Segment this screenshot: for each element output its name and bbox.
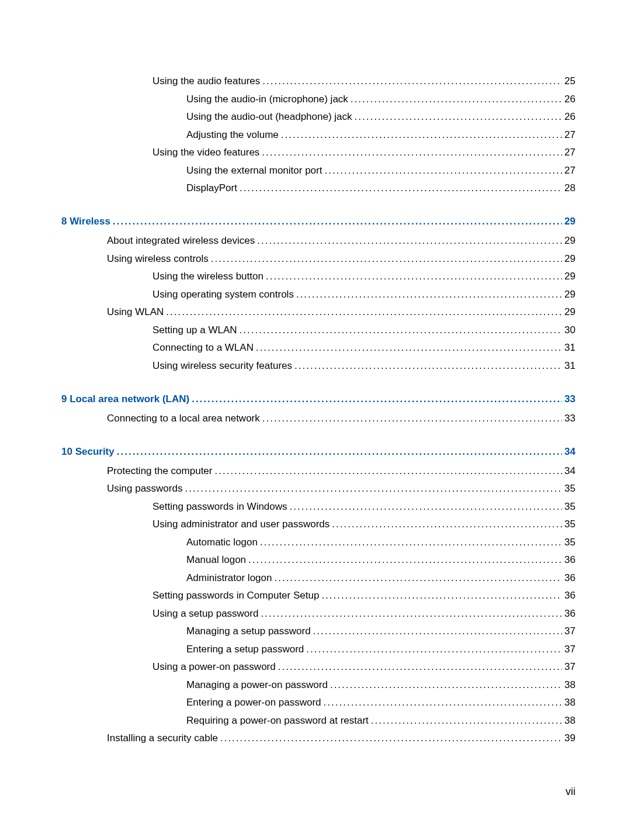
toc-entry[interactable]: Connecting to a local area network 33 [61,413,575,423]
toc-entry-label: Using the audio-out (headphone) jack [186,112,352,122]
toc-leader [117,447,562,457]
toc-entry[interactable]: Using operating system controls 29 [61,289,575,299]
toc-entry[interactable]: Using administrator and user passwords 3… [61,519,575,529]
toc-entry-page: 39 [564,733,575,743]
toc-leader [240,183,562,193]
toc-entry-label: Connecting to a WLAN [152,343,254,352]
toc-chapter-entry[interactable]: 8 Wireless 29 [61,216,575,226]
toc-entry-page: 37 [564,626,575,636]
toc-entry-page: 37 [564,644,575,654]
toc-entry-page: 33 [564,394,575,404]
toc-entry-page: 36 [564,590,575,600]
toc-chapter-entry[interactable]: 9 Local area network (LAN) 33 [61,394,575,404]
toc-entry-label: Using the wireless button [152,271,264,281]
toc-entry-page: 26 [564,94,575,104]
toc-leader [278,662,562,672]
toc-entry-page: 28 [564,183,575,193]
toc-entry[interactable]: Using the wireless button 29 [61,271,575,281]
toc-entry-page: 36 [564,555,575,565]
toc-entry[interactable]: Administrator logon 36 [61,573,575,583]
toc-leader [351,94,562,104]
toc-entry-label: Using the video features [152,147,259,157]
toc-leader [281,130,562,140]
toc-entry[interactable]: Using a power-on password 37 [61,662,575,672]
toc-entry-label: About integrated wireless devices [107,236,255,246]
toc-entry-label: Using administrator and user passwords [152,519,330,529]
toc-leader [371,715,562,725]
toc-entry-label: Using a power-on password [152,662,276,672]
toc-entry-label: Managing a power-on password [186,680,328,690]
toc-entry[interactable]: About integrated wireless devices 29 [61,236,575,246]
toc-entry[interactable]: Using a setup password 36 [61,609,575,618]
toc-entry-page: 29 [564,254,575,264]
toc-leader [321,590,562,600]
toc-entry[interactable]: Using the audio-out (headphone) jack 26 [61,112,575,122]
toc-leader [324,697,563,707]
toc-entry[interactable]: DisplayPort 28 [61,183,575,193]
toc-entry[interactable]: Requiring a power-on password at restart… [61,715,575,725]
toc-entry-label: Using WLAN [107,307,164,317]
toc-entry-page: 35 [564,537,575,547]
toc-entry-page: 38 [564,715,575,725]
page-number-footer: vii [566,786,575,798]
toc-entry-page: 38 [564,697,575,707]
toc-entry[interactable]: Installing a security cable 39 [61,733,575,743]
toc-entry[interactable]: Entering a setup password 37 [61,644,575,654]
toc-entry[interactable]: Using wireless controls 29 [61,254,575,264]
toc-leader [113,216,562,226]
toc-entry[interactable]: Manual logon 36 [61,555,575,565]
toc-leader [240,325,563,335]
toc-leader [211,254,562,264]
toc-leader [330,680,562,690]
toc-chapter-entry[interactable]: 10 Security 34 [61,447,575,457]
toc-list: Using the audio features 25Using the aud… [61,76,575,743]
toc-leader [260,537,562,547]
toc-entry[interactable]: Using passwords 35 [61,483,575,493]
toc-entry[interactable]: Using the external monitor port 27 [61,165,575,175]
toc-entry[interactable]: Adjusting the volume 27 [61,130,575,140]
toc-entry[interactable]: Automatic logon 35 [61,537,575,547]
toc-entry-label: Manual logon [186,555,246,565]
toc-entry[interactable]: Using wireless security features 31 [61,361,575,371]
toc-entry-page: 31 [564,361,575,371]
toc-entry[interactable]: Using the audio-in (microphone) jack 26 [61,94,575,104]
toc-leader [185,483,562,493]
toc-entry-label: Adjusting the volume [186,130,279,140]
toc-entry[interactable]: Setting passwords in Computer Setup 36 [61,590,575,600]
toc-entry[interactable]: Protecting the computer 34 [61,466,575,476]
toc-entry[interactable]: Setting up a WLAN 30 [61,325,575,335]
toc-entry[interactable]: Managing a setup password 37 [61,626,575,636]
toc-entry-page: 34 [564,447,575,457]
toc-entry-page: 25 [564,76,575,86]
toc-entry-page: 35 [564,483,575,493]
toc-entry-page: 31 [564,343,575,352]
toc-leader [256,343,562,352]
toc-entry[interactable]: Using WLAN 29 [61,307,575,317]
toc-leader [261,609,562,618]
toc-entry-page: 36 [564,573,575,583]
toc-entry-page: 29 [564,216,575,226]
toc-entry-page: 34 [564,466,575,476]
toc-entry-label: 10 Security [61,447,115,457]
toc-entry[interactable]: Connecting to a WLAN 31 [61,343,575,352]
toc-entry-label: Using operating system controls [152,289,294,299]
toc-entry[interactable]: Using the video features 27 [61,147,575,157]
toc-entry-label: Using the audio features [152,76,260,86]
toc-entry-label: Using passwords [107,483,182,493]
toc-entry-page: 37 [564,662,575,672]
toc-entry[interactable]: Managing a power-on password 38 [61,680,575,690]
toc-entry-label: Using wireless controls [107,254,209,264]
toc-entry-page: 27 [564,147,575,157]
toc-entry-label: Entering a setup password [186,644,304,654]
toc-leader [296,289,562,299]
toc-entry-label: Using the audio-in (microphone) jack [186,94,348,104]
toc-entry-label: Protecting the computer [107,466,212,476]
toc-entry[interactable]: Entering a power-on password 38 [61,697,575,707]
toc-entry[interactable]: Using the audio features 25 [61,76,575,86]
toc-leader [257,236,562,246]
toc-page: Using the audio features 25Using the aud… [0,0,631,743]
toc-leader [306,644,562,654]
toc-entry[interactable]: Setting passwords in Windows 35 [61,502,575,511]
toc-entry-label: Setting passwords in Computer Setup [152,590,319,600]
toc-leader [192,394,562,404]
